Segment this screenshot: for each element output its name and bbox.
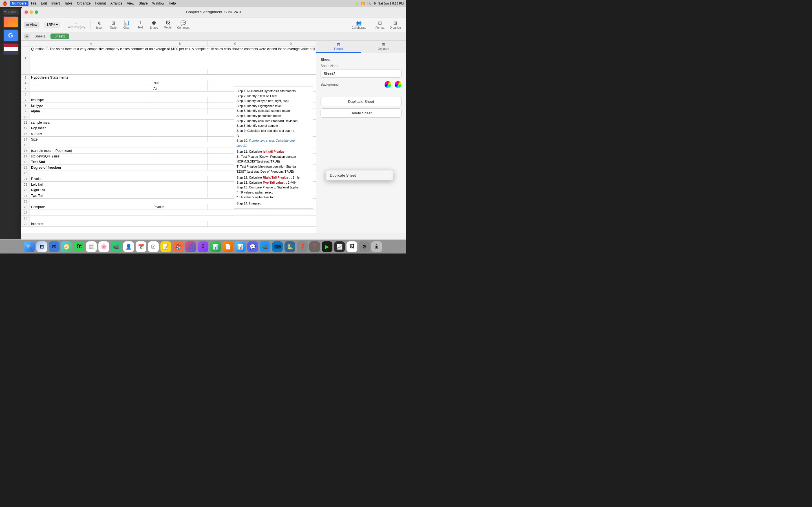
menu-item-file[interactable]: File <box>29 1 38 6</box>
dock-help-icon[interactable]: ❓ <box>297 241 308 252</box>
cell-d29[interactable] <box>263 221 316 227</box>
cell-test-stat[interactable]: Test Stat <box>30 159 152 165</box>
menu-item-window[interactable]: Window <box>150 1 166 6</box>
comment-button[interactable]: 💬 Comment <box>175 19 192 31</box>
cell-hypothesis-title[interactable]: Hypothesis Statements <box>30 75 263 80</box>
menu-item-view[interactable]: View <box>125 1 136 6</box>
cell-formula1[interactable]: (sample mean - Pop mean) <box>30 148 152 154</box>
sidebar-thumb-1[interactable] <box>3 16 18 28</box>
delete-sheet-button[interactable]: Delete Sheet <box>320 108 402 118</box>
cell-a5[interactable] <box>30 86 152 92</box>
dock-maps-icon[interactable]: 🗺 <box>73 241 84 252</box>
cell-empty-row27[interactable] <box>30 210 316 216</box>
cell-b12[interactable] <box>152 125 207 131</box>
cell-pvalue[interactable]: P-value <box>30 176 152 182</box>
cell-a2[interactable] <box>30 69 152 75</box>
cell-b23[interactable] <box>152 187 207 193</box>
dock-podcasts-icon[interactable]: 🎙 <box>198 241 208 252</box>
menu-item-format[interactable]: Format <box>93 1 108 6</box>
duplicate-sheet-button[interactable]: Duplicate Sheet <box>320 97 402 106</box>
cell-two-tail[interactable]: Two Tail <box>30 193 152 199</box>
dock-launchpad-icon[interactable]: ⊞ <box>36 241 47 252</box>
cell-left-tail[interactable]: Left Tail <box>30 182 152 187</box>
cell-compare[interactable]: Compare <box>30 204 152 210</box>
cell-test-type[interactable]: test type <box>30 97 152 103</box>
dock-safari-icon[interactable]: 🧭 <box>61 241 72 252</box>
cell-b21[interactable] <box>152 176 207 182</box>
cell-b22[interactable] <box>152 182 207 187</box>
dock-activity-icon[interactable]: 📈 <box>334 241 345 252</box>
sheet-tab-sheet1[interactable]: Sheet1 <box>31 34 49 39</box>
dock-mail-icon[interactable]: ✉ <box>49 241 59 252</box>
menu-item-arrange[interactable]: Arrange <box>108 1 124 6</box>
cell-right-tail[interactable]: Right Tail <box>30 187 152 193</box>
dock-books-icon[interactable]: 📚 <box>173 241 184 252</box>
text-button[interactable]: T Text <box>134 19 147 30</box>
dock-pages-icon[interactable]: 📄 <box>222 241 233 252</box>
view-button[interactable]: ⊞ View <box>24 22 40 28</box>
cell-size[interactable]: Size <box>30 136 152 142</box>
dock-notes-icon[interactable]: 📝 <box>160 241 171 252</box>
cell-b11[interactable] <box>152 120 207 125</box>
cell-std-dev[interactable]: std dev <box>30 131 152 136</box>
dock-python-icon[interactable]: 🐍 <box>285 241 295 252</box>
menu-item-numbers[interactable]: Numbers <box>10 1 29 6</box>
cell-c2[interactable] <box>207 69 263 75</box>
menu-item-help[interactable]: Help <box>167 1 178 6</box>
dock-preview-icon[interactable]: 🖼 <box>347 241 357 252</box>
close-button[interactable] <box>24 10 28 14</box>
cell-b7[interactable] <box>152 97 207 103</box>
cell-tail-type[interactable]: tail type <box>30 103 152 108</box>
cell-question[interactable]: Question 2) The sales force of a very co… <box>30 47 316 69</box>
cell-sample-mean[interactable]: sample mean <box>30 120 152 125</box>
minimize-button[interactable] <box>30 10 33 14</box>
dock-numbers-icon[interactable]: 📊 <box>210 241 221 252</box>
organize-panel-button[interactable]: ⊞ Organize <box>387 19 403 31</box>
cell-degree-freedom[interactable]: Degree of freedom <box>30 165 152 170</box>
cell-alt-label[interactable]: Alt <box>152 86 207 92</box>
dock-trash-icon[interactable]: 🗑 <box>371 241 382 252</box>
cell-b14[interactable] <box>152 136 207 142</box>
format-panel-button[interactable]: ⊟ Format <box>373 19 387 31</box>
collaborate-button[interactable]: 👥 Collaborate <box>350 19 368 31</box>
dock-news-icon[interactable]: 📰 <box>86 241 97 252</box>
control-center-icon[interactable]: ⚙ <box>373 2 376 5</box>
dock-finder-icon[interactable]: 🔍 <box>24 241 35 252</box>
cell-a4[interactable] <box>30 80 152 86</box>
cell-p-value-col[interactable]: P value <box>152 204 207 210</box>
insert-button[interactable]: ⊕ Insert <box>94 19 106 31</box>
rp-tab-organize[interactable]: ⊞ Organize <box>361 41 406 53</box>
dock-zoom-icon[interactable]: 📹 <box>260 241 270 252</box>
cell-b8[interactable] <box>152 103 207 108</box>
context-menu-duplicate-sheet[interactable]: Duplicate Sheet <box>326 172 393 179</box>
menu-item-edit[interactable]: Edit <box>39 1 49 6</box>
sidebar-thumb-2[interactable]: G <box>3 29 18 42</box>
cell-b29[interactable] <box>152 221 207 227</box>
menu-item-share[interactable]: Share <box>137 1 150 6</box>
cell-interpret[interactable]: Interpret <box>30 221 152 227</box>
cell-b16[interactable] <box>152 148 207 154</box>
zoom-button[interactable]: 125% ▾ <box>44 22 60 28</box>
apple-icon[interactable]: 🍎 <box>2 1 7 6</box>
cell-b18[interactable] <box>152 159 207 165</box>
dock-terminal-icon[interactable]: ▶ <box>322 241 333 252</box>
rp-tab-format[interactable]: ⊟ Format <box>316 41 361 53</box>
sidebar-thumb-3[interactable] <box>3 43 18 55</box>
cell-alpha[interactable]: alpha <box>30 108 152 114</box>
cell-formula2[interactable]: std dev/SQRT(size) <box>30 154 152 159</box>
background-color-wheel-2[interactable] <box>395 81 402 88</box>
sheet-tab-sheet2[interactable]: Sheet2 <box>50 34 69 39</box>
cell-c4[interactable] <box>207 80 263 86</box>
dock-photos-icon[interactable]: 🌸 <box>98 241 109 252</box>
cell-b24[interactable] <box>152 193 207 199</box>
cell-empty-row28[interactable] <box>30 216 316 221</box>
sheet-name-input[interactable] <box>320 69 402 78</box>
dock-settings-icon[interactable]: ⚙ <box>359 241 370 252</box>
cell-b9[interactable] <box>152 108 207 114</box>
menu-item-organize[interactable]: Organize <box>75 1 93 6</box>
chart-button[interactable]: 📊 Chart <box>121 19 133 31</box>
dock-music-icon[interactable]: 🎵 <box>185 241 196 252</box>
dock-reminders-icon[interactable]: ☑ <box>148 241 159 252</box>
cell-pop-mean[interactable]: Pop mean <box>30 125 152 131</box>
menu-item-insert[interactable]: Insert <box>49 1 62 6</box>
